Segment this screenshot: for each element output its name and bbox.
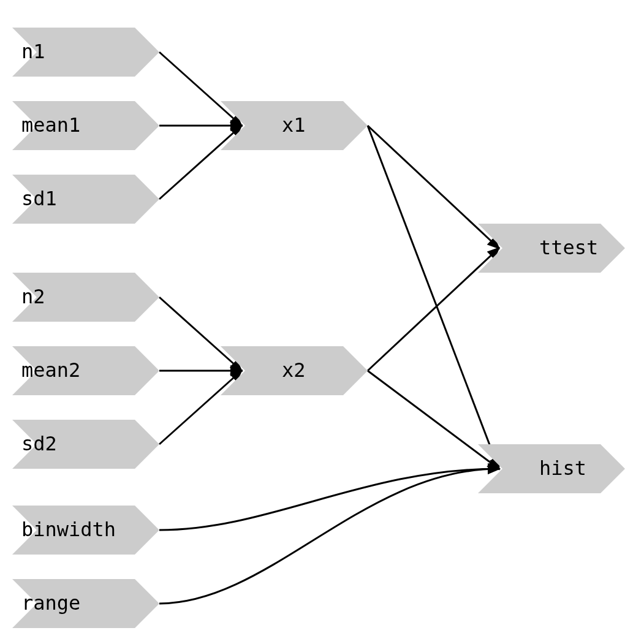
edge-n2-to-x2 [159,297,241,371]
node-label-mean1: mean1 [21,113,80,137]
edge-range-to-hist [159,469,499,604]
node-label-n1: n1 [21,40,45,63]
edge-binwidth-to-hist [159,469,499,530]
node-sd2: sd2 [12,420,159,469]
node-label-ttest: ttest [539,236,598,259]
node-hist: hist [478,444,625,493]
node-n2: n2 [12,273,159,322]
node-range: range [12,579,159,628]
node-sd1: sd1 [12,175,159,224]
edge-x2-to-ttest [368,248,499,371]
node-label-sd1: sd1 [21,187,57,210]
node-label-x1: x1 [282,113,306,137]
node-label-n2: n2 [21,285,45,308]
dependency-graph: n1mean1sd1n2mean2sd2binwidthrangex1x2tte… [0,0,644,644]
node-x1: x1 [221,101,368,150]
node-binwidth: binwidth [12,506,159,555]
node-label-mean2: mean2 [21,358,80,382]
node-x2: x2 [221,346,368,395]
edge-n1-to-x1 [159,52,241,126]
node-label-x2: x2 [282,358,306,382]
edge-x1-to-hist [368,126,499,469]
node-n1: n1 [12,28,159,77]
node-label-hist: hist [539,456,586,480]
edge-x1-to-ttest [368,126,499,248]
edge-sd2-to-x2 [159,371,241,444]
node-mean1: mean1 [12,101,159,150]
node-label-binwidth: binwidth [21,518,116,541]
node-label-range: range [21,591,80,615]
edge-sd1-to-x1 [159,126,241,199]
node-ttest: ttest [478,224,625,273]
node-label-sd2: sd2 [21,432,57,455]
node-mean2: mean2 [12,346,159,395]
